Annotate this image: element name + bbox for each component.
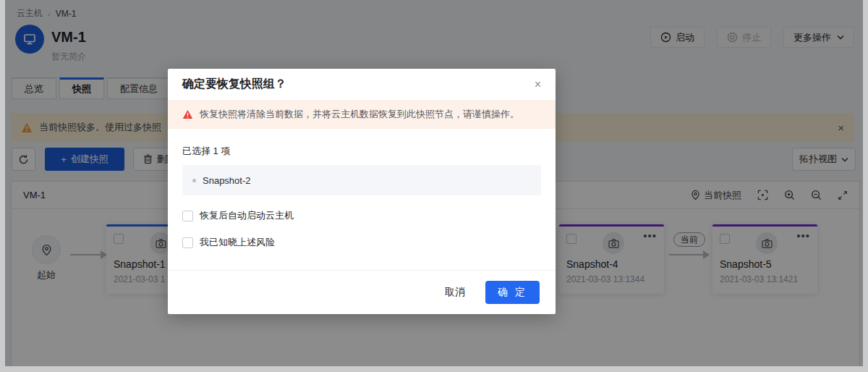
risk-ack-checkbox[interactable] xyxy=(182,237,193,248)
modal-header: 确定要恢复快照组？ × xyxy=(168,69,556,100)
restore-snapshot-modal: 确定要恢复快照组？ × 恢复快照将清除当前数据，并将云主机数据恢复到此快照节点，… xyxy=(168,69,556,314)
risk-ack-label: 我已知晓上述风险 xyxy=(200,236,275,249)
selected-item-row: Snapshot-2 xyxy=(182,165,541,195)
alert-triangle-icon xyxy=(182,109,193,119)
modal-alert-text: 恢复快照将清除当前数据，并将云主机数据恢复到此快照节点，请谨慎操作。 xyxy=(200,108,519,121)
close-icon[interactable]: × xyxy=(535,79,541,90)
auto-start-label: 恢复后自动启动云主机 xyxy=(200,209,294,222)
modal-footer: 取消 确 定 xyxy=(168,270,556,314)
screen: 云主机 › VM-1 VM-1 暂无简介 xyxy=(0,0,868,372)
vm-detail-page: 云主机 › VM-1 VM-1 暂无简介 xyxy=(5,0,863,366)
risk-ack-checkbox-row[interactable]: 我已知晓上述风险 xyxy=(182,236,541,249)
modal-alert: 恢复快照将清除当前数据，并将云主机数据恢复到此快照节点，请谨慎操作。 xyxy=(168,100,556,129)
modal-body: 已选择 1 项 Snapshot-2 恢复后自动启动云主机 我已知晓上述风险 xyxy=(168,129,556,249)
confirm-button[interactable]: 确 定 xyxy=(485,281,540,304)
modal-title: 确定要恢复快照组？ xyxy=(182,77,535,92)
cancel-button[interactable]: 取消 xyxy=(439,282,471,303)
bullet-icon xyxy=(192,179,196,182)
selected-count-label: 已选择 1 项 xyxy=(182,145,541,158)
auto-start-checkbox[interactable] xyxy=(182,211,193,221)
selected-snapshot-name: Snapshot-2 xyxy=(203,175,251,186)
auto-start-checkbox-row[interactable]: 恢复后自动启动云主机 xyxy=(182,209,541,222)
